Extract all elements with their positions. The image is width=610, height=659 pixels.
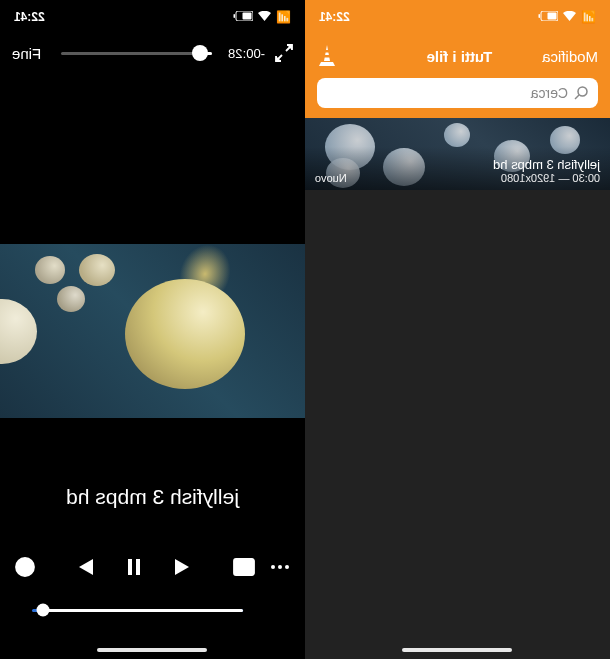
item-meta: 00:30 — 1920x1080	[501, 172, 600, 184]
svg-rect-9	[234, 14, 236, 18]
previous-icon[interactable]	[174, 556, 196, 578]
video-surface[interactable]	[0, 244, 305, 418]
status-bar: 📶 22:41	[305, 0, 610, 34]
status-time: 22:41	[319, 10, 350, 24]
search-placeholder: Cerca	[531, 85, 568, 101]
video-list-item[interactable]: jellyfish 3 mbps hd 00:30 — 1920x1080 Nu…	[305, 118, 610, 190]
done-button[interactable]: Fine	[12, 45, 41, 62]
svg-rect-3	[325, 50, 330, 53]
vlc-file-list-screen: 📶 22:41 Modifica Tutti i file Cerca	[305, 0, 610, 659]
player-top-bar: -00:28 Fine	[0, 34, 305, 72]
seek-thumb[interactable]	[36, 604, 49, 617]
battery-icon	[538, 10, 558, 24]
clock-icon[interactable]	[14, 556, 36, 578]
svg-rect-2	[539, 14, 541, 18]
svg-rect-16	[129, 559, 133, 575]
vlc-cone-icon[interactable]	[317, 45, 337, 67]
empty-list-area	[305, 190, 610, 659]
slider-thumb[interactable]	[192, 45, 208, 61]
list-header: Modifica Tutti i file	[305, 34, 610, 78]
search-icon	[574, 86, 588, 100]
progress-slider[interactable]	[61, 52, 212, 55]
signal-icon: 📶	[581, 10, 596, 24]
player-controls	[0, 545, 305, 589]
edit-button[interactable]: Modifica	[542, 48, 598, 65]
signal-icon: 📶	[276, 10, 291, 24]
svg-rect-14	[235, 567, 244, 574]
vlc-player-screen: 📶 22:41 -00:28 Fine	[0, 0, 305, 659]
wifi-icon	[258, 10, 271, 24]
status-time: 22:41	[14, 10, 45, 24]
fullscreen-icon[interactable]	[275, 44, 293, 62]
home-indicator[interactable]	[403, 648, 513, 652]
video-title: jellyfish 3 mbps hd	[0, 485, 305, 509]
battery-icon	[233, 10, 253, 24]
pip-icon[interactable]	[233, 556, 255, 578]
airplay-icon[interactable]	[253, 601, 273, 619]
svg-point-10	[285, 565, 289, 569]
svg-rect-4	[324, 55, 330, 58]
wifi-icon	[563, 10, 576, 24]
status-bar: 📶 22:41	[0, 0, 305, 34]
svg-point-5	[578, 87, 587, 96]
search-input[interactable]: Cerca	[317, 78, 598, 108]
svg-line-6	[575, 95, 579, 99]
page-title: Tutti i file	[427, 48, 493, 65]
home-indicator[interactable]	[98, 648, 208, 652]
seek-slider[interactable]	[32, 609, 243, 612]
svg-rect-8	[243, 13, 252, 20]
item-title: jellyfish 3 mbps hd	[315, 157, 600, 172]
time-remaining[interactable]: -00:28	[228, 46, 265, 61]
next-icon[interactable]	[74, 556, 96, 578]
svg-rect-15	[137, 559, 141, 575]
svg-rect-1	[548, 13, 557, 20]
item-badge-new: Nuovo	[315, 172, 347, 184]
svg-point-12	[271, 565, 275, 569]
seek-row	[32, 601, 273, 619]
svg-point-11	[278, 565, 282, 569]
more-icon[interactable]	[269, 556, 291, 578]
pause-icon[interactable]	[124, 556, 146, 578]
